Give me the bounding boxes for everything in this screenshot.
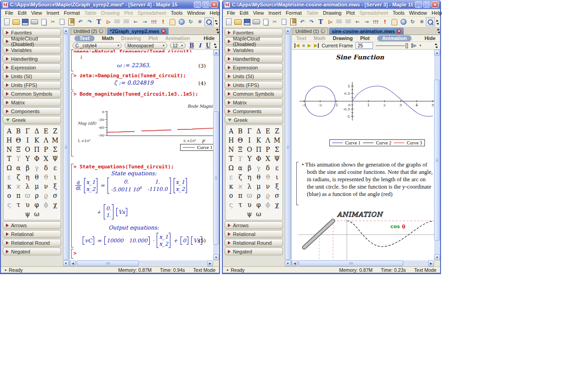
close-tab-icon[interactable]: ×	[321, 29, 325, 34]
menu-edit[interactable]: Edit	[16, 10, 29, 16]
palette-relational[interactable]: Relational	[225, 230, 283, 238]
greek-letter-button[interactable]: Δ	[254, 126, 263, 136]
mode-animation[interactable]: Animation	[377, 35, 412, 41]
close-tab-icon[interactable]: ×	[396, 29, 401, 34]
frame-slider[interactable]	[376, 43, 409, 49]
worksheet-body[interactable]: Sine Function -3 -2 -1 0 1 2 3 4	[292, 50, 434, 260]
slider-handle[interactable]	[406, 43, 408, 48]
palette-negated[interactable]: Negated	[3, 247, 61, 255]
palette-handwriting[interactable]: Handwriting	[3, 55, 61, 63]
greek-letter-button[interactable]: Ξ	[236, 145, 245, 154]
mode-drawing[interactable]: Drawing	[333, 35, 352, 41]
step-forward-button[interactable]: ▶	[314, 43, 319, 48]
greek-letter-button[interactable]: Μ	[51, 136, 60, 145]
greek-letter-button[interactable]: τ	[14, 200, 23, 209]
input-bode[interactable]: > Bode_magnitude(Tuned_circuit,1e3..1e5)…	[74, 91, 198, 97]
indent-group-icon[interactable]	[113, 18, 121, 26]
toolbar-overflow-icon[interactable]: ▶◀	[436, 19, 439, 25]
greek-letter-button[interactable]	[5, 209, 14, 218]
greek-letter-button[interactable]: π	[236, 191, 245, 200]
execute-all-icon[interactable]: !!!	[150, 18, 158, 26]
greek-letter-button[interactable]: η	[23, 172, 32, 182]
greek-letter-button[interactable]: ϱ	[263, 191, 272, 200]
greek-letter-button[interactable]: σ	[51, 191, 60, 200]
greek-letter-button[interactable]: Ψ	[51, 154, 60, 163]
hide-toolbar-button[interactable]: Hide	[204, 35, 215, 41]
palette-scrollbar[interactable]: ▲ ▼	[63, 28, 69, 266]
scroll-right-icon[interactable]: ▶	[207, 260, 213, 266]
palette-matrix[interactable]: Matrix	[3, 98, 61, 106]
print-icon[interactable]	[252, 18, 260, 26]
zoom-tool-icon[interactable]	[426, 18, 435, 26]
greek-letter-button[interactable]: υ	[23, 200, 32, 209]
greek-letter-button[interactable]: δ	[41, 163, 51, 172]
back-icon[interactable]: ←	[353, 18, 362, 26]
greek-letter-button[interactable]: Λ	[263, 136, 272, 145]
close-button[interactable]: ×	[210, 1, 218, 8]
menu-table[interactable]: Table	[82, 10, 99, 16]
menu-window[interactable]: Window	[185, 10, 207, 16]
jump-to-start-button[interactable]: ◀	[294, 43, 300, 48]
mode-plot[interactable]: Plot	[360, 35, 370, 41]
palette-negated[interactable]: Negated	[225, 247, 283, 255]
scroll-left-icon[interactable]: ◀	[70, 260, 76, 266]
greek-letter-button[interactable]: χ	[272, 200, 282, 209]
new-document-icon[interactable]	[225, 18, 233, 26]
greek-letter-button[interactable]: φ	[32, 200, 41, 209]
sine-plot[interactable]: -3 -2 -1 0 1 2 3 4 5 1 0.5 -0.5 -1	[299, 77, 434, 129]
input-state-equations[interactable]: > State_equations(Tuned_circuit);	[74, 164, 174, 170]
minimize-button[interactable]: _	[194, 1, 201, 8]
splitter-collapse-arrows[interactable]: ▶◀	[216, 28, 219, 34]
greek-letter-button[interactable]: ϱ	[41, 191, 51, 200]
scroll-down-icon[interactable]: ▼	[63, 260, 69, 266]
greek-letter-button[interactable]: ω	[32, 209, 41, 218]
menu-drawing[interactable]: Drawing	[321, 10, 344, 16]
greek-letter-button[interactable]: Ρ	[263, 145, 272, 154]
scroll-up-icon[interactable]: ▲	[63, 28, 69, 34]
greek-letter-button[interactable]: Ψ	[272, 154, 282, 163]
palette-variables[interactable]: Variables	[3, 46, 61, 54]
forward-icon[interactable]: →	[141, 18, 149, 26]
outdent-group-icon[interactable]	[122, 18, 130, 26]
tab-untitled[interactable]: Untitled (2)×	[71, 28, 106, 34]
minimize-button[interactable]: _	[415, 1, 422, 8]
menu-view[interactable]: View	[29, 10, 45, 16]
menu-view[interactable]: View	[251, 10, 266, 16]
palette-relational[interactable]: Relational	[3, 230, 61, 238]
menu-window[interactable]: Window	[407, 10, 429, 16]
restart-icon[interactable]: ↻	[408, 18, 417, 26]
maximize-button[interactable]: □	[423, 1, 430, 8]
palette-scrollbar[interactable]: ▲ ▼	[285, 28, 291, 266]
print-preview-icon[interactable]	[40, 18, 48, 26]
options-gear-icon[interactable]: ✱	[418, 18, 426, 26]
greek-letter-button[interactable]: ο	[226, 191, 236, 200]
greek-letter-button[interactable]: Ε	[263, 126, 272, 136]
greek-letter-button[interactable]: υ	[245, 200, 254, 209]
scroll-down-icon[interactable]: ▼	[434, 254, 440, 260]
undo-icon[interactable]: ↶	[76, 18, 85, 26]
description-paragraph[interactable]: • This animation shows the generation of…	[302, 161, 433, 198]
greek-letter-button[interactable]: γ	[32, 163, 41, 172]
horizontal-scrollbar[interactable]: ◀ ▶	[292, 260, 434, 266]
greek-letter-button[interactable]: Ο	[245, 145, 254, 154]
mode-text[interactable]: Text	[296, 35, 306, 41]
play-button[interactable]: ▶	[308, 43, 311, 48]
scrollbar-thumb[interactable]	[299, 260, 403, 266]
palette-matrix[interactable]: Matrix	[225, 98, 283, 106]
greek-letter-button[interactable]: Ζ	[51, 126, 60, 136]
greek-letter-button[interactable]: θ	[254, 172, 263, 182]
current-frame-input[interactable]	[356, 42, 373, 49]
greek-letter-button[interactable]: Ι	[245, 136, 254, 145]
menu-format[interactable]: Format	[62, 10, 82, 16]
outdent-group-icon[interactable]	[344, 18, 352, 26]
greek-letter-button[interactable]: σ	[272, 191, 282, 200]
palette-relational-round[interactable]: Relational Round	[3, 239, 61, 247]
greek-letter-button[interactable]: Σ	[272, 145, 282, 154]
scroll-up-icon[interactable]: ▲	[434, 50, 440, 56]
caret-down-icon[interactable]: ▾	[419, 44, 421, 47]
greek-letter-button[interactable]	[272, 209, 282, 218]
greek-letter-button[interactable]: ζ	[14, 172, 23, 182]
greek-letter-button[interactable]: δ	[263, 163, 272, 172]
greek-letter-button[interactable]: α	[14, 163, 23, 172]
palette-expression[interactable]: Expression	[225, 63, 283, 71]
